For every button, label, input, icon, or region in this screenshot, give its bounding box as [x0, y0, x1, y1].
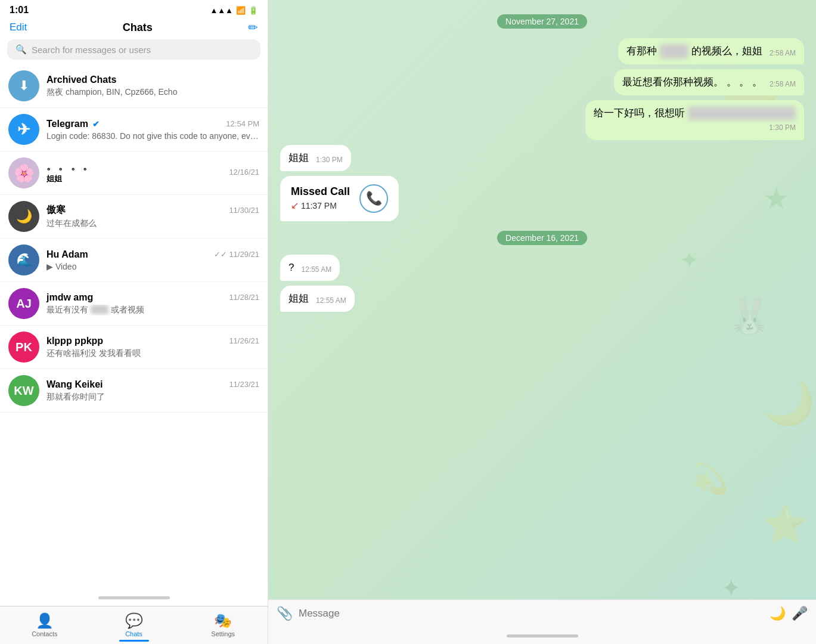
compose-button[interactable]: ✏: [248, 20, 258, 35]
chat-item-telegram[interactable]: ✈ Telegram ✔ 12:54 PM Login code: 86830.…: [0, 108, 268, 151]
tab-chats[interactable]: 💬 Chats: [89, 612, 179, 642]
huadam-preview: ▶ Video: [46, 262, 259, 271]
message-2-text: 最近想看你那种视频。 。 。 。: [622, 75, 762, 89]
status-time: 1:01: [10, 5, 29, 16]
jmdwamg-time: 11/28/21: [229, 293, 259, 302]
jmdwamg-preview: 最近有没有 ███ 或者视频: [46, 305, 259, 315]
tab-bar: 👤 Contacts 💬 Chats 🎭 Settings: [0, 606, 268, 644]
missed-call-label: Missed Call: [291, 185, 350, 198]
chats-underline: [119, 640, 149, 642]
archived-name: Archived Chats: [46, 75, 116, 85]
telegram-icon: ✈: [17, 120, 30, 139]
messages-area: November 27, 2021 有那种 ████ 的视频么，姐姐 2:58 …: [268, 0, 816, 599]
battery-icon: 🔋: [249, 6, 258, 15]
jiejie-avatar: 🌸: [8, 157, 39, 188]
jmdwamg-name: jmdw amg: [46, 292, 93, 303]
double-check-icon: ✓✓: [214, 250, 227, 259]
message-6: ? 12:55 AM: [280, 255, 340, 281]
jiejie-content: 。 。 。 。姐姐 12/16/21: [46, 160, 259, 186]
message-input[interactable]: [299, 608, 764, 620]
right-panel: ⭐ ★ ✦ 🐰 🌙 💫 ⭐ ✦ November 27, 2021 有那种 ██…: [268, 0, 816, 644]
wangkeikei-preview: 那就看你时间了: [46, 392, 259, 402]
attach-icon[interactable]: 📎: [277, 606, 293, 621]
chat-item-wangkeikei[interactable]: KW Wang Keikei 11/23/21 那就看你时间了: [0, 369, 268, 413]
contacts-icon: 👤: [36, 612, 54, 629]
archived-content: Archived Chats 熬夜 champion, BIN, Cpz666,…: [46, 75, 259, 98]
huadam-avatar: 🌊: [8, 244, 39, 275]
telegram-preview: Login code: 86830. Do not give this code…: [46, 131, 259, 141]
chat-item-aohan[interactable]: 🌙 傲寒 11/30/21 过年在成都么: [0, 195, 268, 239]
chats-title: Chats: [27, 21, 248, 34]
message-7-text: 姐姐: [288, 292, 309, 306]
chat-item-jmdwamg[interactable]: AJ jmdw amg 11/28/21 最近有没有 ███ 或者视频: [0, 282, 268, 326]
message-2: 最近想看你那种视频。 。 。 。 2:58 AM: [614, 69, 804, 95]
tab-settings[interactable]: 🎭 Settings: [178, 612, 268, 637]
chat-list: ⬇ Archived Chats 熬夜 champion, BIN, Cpz66…: [0, 64, 268, 589]
tab-contacts[interactable]: 👤 Contacts: [0, 612, 89, 637]
blur-1: ████: [660, 44, 688, 58]
date-badge-nov27: November 27, 2021: [497, 14, 587, 29]
aohan-name: 傲寒: [46, 204, 66, 216]
klppp-preview: 还有啥福利没 发我看看呗: [46, 348, 259, 359]
message-1-time: 2:58 AM: [770, 48, 796, 58]
archived-preview: 熬夜 champion, BIN, Cpz666, Echo: [46, 87, 259, 98]
message-1-row: 有那种 ████ 的视频么，姐姐 2:58 AM: [626, 44, 796, 58]
message-6-text: ?: [288, 261, 294, 275]
date-badge-dec16: December 16, 2021: [497, 231, 587, 245]
wangkeikei-time: 11/23/21: [229, 380, 259, 389]
jiejie-avatar-img: 🌸: [14, 163, 35, 183]
wangkeikei-initials: KW: [14, 384, 33, 398]
status-bar: 1:01 ▲▲▲ 📶 🔋: [0, 0, 268, 18]
message-6-row: ? 12:55 AM: [288, 261, 331, 275]
call-icon[interactable]: 📞: [359, 184, 388, 213]
telegram-time: 12:54 PM: [226, 119, 259, 128]
archived-chats-item[interactable]: ⬇ Archived Chats 熬夜 champion, BIN, Cpz66…: [0, 64, 268, 108]
huadam-avatar-img: 🌊: [16, 252, 32, 268]
message-1: 有那种 ████ 的视频么，姐姐 2:58 AM: [618, 38, 804, 64]
klppp-initials: PK: [15, 340, 32, 354]
klppp-time: 11/26/21: [229, 336, 259, 345]
chat-item-huadam[interactable]: 🌊 Hu Adam ✓✓ 11/29/21 ▶ Video: [0, 239, 268, 282]
phone-icon: 📞: [366, 191, 382, 206]
klppp-header: klppp ppkpp 11/26/21: [46, 336, 259, 346]
archived-header: Archived Chats: [46, 75, 259, 85]
chat-item-jiejie[interactable]: 🌸 。 。 。 。姐姐 12/16/21: [0, 151, 268, 195]
missed-call-time: ↙ 11:37 PM: [291, 200, 350, 211]
input-bar: 📎 🌙 🎤: [268, 599, 816, 627]
missed-call-bubble: Missed Call ↙ 11:37 PM 📞: [280, 176, 399, 221]
search-icon: 🔍: [15, 44, 27, 55]
jiejie-name: 。 。 。 。姐姐: [46, 160, 92, 184]
huadam-content: Hu Adam ✓✓ 11/29/21 ▶ Video: [46, 249, 259, 271]
jiejie-time: 12/16/21: [229, 168, 259, 177]
aohan-avatar-img: 🌙: [16, 209, 32, 224]
telegram-name: Telegram ✔: [46, 119, 100, 129]
archive-icon: ⬇: [18, 78, 29, 94]
chats-label: Chats: [125, 630, 142, 637]
sticker-icon[interactable]: 🌙: [770, 606, 786, 621]
message-3-time: 1:30 PM: [769, 123, 796, 132]
settings-label: Settings: [211, 630, 235, 637]
wifi-icon: 📶: [236, 6, 246, 15]
home-indicator: [268, 627, 816, 644]
jiejie-header: 。 。 。 。姐姐 12/16/21: [46, 160, 259, 184]
missed-call-info: Missed Call ↙ 11:37 PM: [291, 185, 350, 211]
search-bar[interactable]: 🔍 Search for messages or users: [7, 39, 260, 60]
edit-button[interactable]: Edit: [10, 21, 27, 33]
aohan-header: 傲寒 11/30/21: [46, 204, 259, 216]
message-4-row: 姐姐 1:30 PM: [288, 151, 343, 165]
wangkeikei-avatar: KW: [8, 375, 39, 406]
search-placeholder: Search for messages or users: [32, 45, 151, 55]
aohan-time: 11/30/21: [229, 206, 259, 215]
chat-item-klppp[interactable]: PK klppp ppkpp 11/26/21 还有啥福利没 发我看看呗: [0, 326, 268, 369]
message-7-row: 姐姐 12:55 AM: [288, 292, 346, 306]
wangkeikei-name: Wang Keikei: [46, 379, 103, 390]
telegram-content: Telegram ✔ 12:54 PM Login code: 86830. D…: [46, 119, 259, 141]
signal-icon: ▲▲▲: [210, 6, 233, 15]
huadam-time: ✓✓ 11/29/21: [214, 250, 259, 259]
mic-icon[interactable]: 🎤: [792, 606, 808, 621]
jmdwamg-header: jmdw amg 11/28/21: [46, 292, 259, 303]
message-4-text: 姐姐: [288, 151, 309, 165]
message-2-time: 2:58 AM: [770, 79, 796, 89]
archived-avatar: ⬇: [8, 70, 39, 101]
contacts-label: Contacts: [32, 630, 57, 637]
